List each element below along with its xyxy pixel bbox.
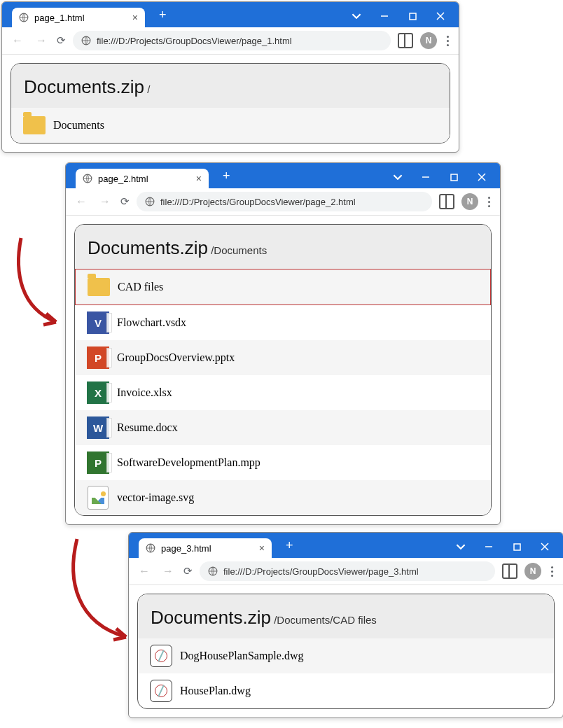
archive-path: /Documents bbox=[211, 244, 267, 256]
url-text: file:///D:/Projects/GroupDocsViewer/page… bbox=[160, 197, 356, 207]
file-name: vector-image.svg bbox=[117, 491, 194, 504]
file-list: CAD files VFlowchart.vsdx PGroupDocsOver… bbox=[75, 269, 491, 515]
tab-close-icon[interactable]: × bbox=[259, 542, 265, 554]
window-controls bbox=[342, 5, 459, 27]
window-close-icon[interactable] bbox=[468, 166, 496, 188]
address-bar[interactable]: file:///D:/Projects/GroupDocsViewer/page… bbox=[137, 192, 432, 211]
browser-tab[interactable]: page_1.html × bbox=[12, 8, 145, 27]
file-row[interactable]: VFlowchart.vsdx bbox=[75, 305, 491, 340]
file-row[interactable]: CAD files bbox=[75, 269, 491, 305]
file-row[interactable]: XInvoice.xlsx bbox=[75, 375, 491, 410]
nav-forward-icon[interactable]: → bbox=[97, 192, 113, 211]
excel-icon: X bbox=[87, 382, 109, 404]
menu-icon[interactable] bbox=[444, 33, 452, 49]
file-name: Resume.docx bbox=[117, 421, 178, 434]
nav-back-icon[interactable]: ← bbox=[73, 192, 90, 211]
new-tab-button[interactable]: + bbox=[216, 169, 237, 183]
nav-back-icon[interactable]: ← bbox=[9, 31, 26, 50]
url-text: file:///D:/Projects/GroupDocsViewer/page… bbox=[97, 36, 292, 46]
archive-header: Documents.zip /Documents bbox=[75, 225, 491, 269]
nav-back-icon[interactable]: ← bbox=[136, 562, 153, 580]
window-close-icon[interactable] bbox=[531, 536, 559, 558]
file-name: Flowchart.vsdx bbox=[117, 316, 186, 329]
svg-rect-6 bbox=[451, 174, 457, 181]
globe-icon bbox=[83, 174, 92, 183]
window-close-icon[interactable] bbox=[426, 5, 454, 27]
panels-icon[interactable] bbox=[439, 194, 454, 209]
tab-close-icon[interactable]: × bbox=[132, 12, 138, 23]
reload-icon[interactable]: ⟳ bbox=[57, 34, 66, 47]
file-name: Documents bbox=[53, 119, 104, 132]
globe-icon bbox=[145, 197, 155, 206]
file-list: Documents bbox=[11, 108, 450, 143]
archive-path: / bbox=[147, 83, 150, 95]
toolbar: ← → ⟳ file:///D:/Projects/GroupDocsViewe… bbox=[129, 558, 563, 585]
toolbar: ← → ⟳ file:///D:/Projects/GroupDocsViewe… bbox=[66, 188, 500, 216]
folder-icon bbox=[88, 278, 110, 296]
window-dropdown-icon[interactable] bbox=[342, 5, 370, 27]
word-icon: W bbox=[87, 416, 109, 439]
file-row[interactable]: Documents bbox=[11, 108, 450, 143]
profile-avatar[interactable]: N bbox=[524, 563, 541, 580]
archive-name: Documents.zip bbox=[88, 237, 208, 258]
globe-icon bbox=[146, 543, 155, 553]
file-row[interactable]: WResume.docx bbox=[75, 410, 491, 445]
browser-window-2: page_2.html × + ← → ⟳ file:///D:/Project… bbox=[65, 162, 501, 525]
address-bar[interactable]: file:///D:/Projects/GroupDocsViewer/page… bbox=[73, 31, 391, 50]
window-controls bbox=[447, 536, 563, 558]
panels-icon[interactable] bbox=[502, 564, 517, 579]
window-dropdown-icon[interactable] bbox=[384, 166, 412, 188]
file-row[interactable]: vector-image.svg bbox=[75, 480, 491, 515]
window-minimize-icon[interactable] bbox=[370, 5, 398, 27]
file-row[interactable]: DogHousePlanSample.dwg bbox=[138, 638, 554, 673]
tab-title: page_1.html bbox=[34, 13, 85, 23]
browser-tab[interactable]: page_2.html × bbox=[76, 169, 209, 188]
tab-title: page_3.html bbox=[161, 543, 211, 554]
project-icon: P bbox=[87, 451, 109, 474]
window-minimize-icon[interactable] bbox=[475, 536, 503, 558]
titlebar: page_1.html × + bbox=[2, 2, 459, 27]
svg-rect-2 bbox=[410, 13, 416, 20]
address-bar[interactable]: file:///D:/Projects/GroupDocsViewer/page… bbox=[200, 561, 495, 581]
profile-avatar[interactable]: N bbox=[461, 193, 478, 210]
panels-icon[interactable] bbox=[398, 33, 413, 48]
globe-icon bbox=[81, 36, 91, 46]
image-file-icon bbox=[88, 486, 109, 510]
file-name: CAD files bbox=[118, 281, 163, 293]
menu-icon[interactable] bbox=[548, 564, 556, 580]
new-tab-button[interactable]: + bbox=[152, 8, 174, 22]
window-controls bbox=[384, 166, 500, 188]
cad-file-icon bbox=[150, 680, 172, 702]
file-row[interactable]: PSoftwareDevelopmentPlan.mpp bbox=[75, 445, 491, 480]
archive-path: /Documents/CAD files bbox=[274, 614, 377, 626]
archive-header: Documents.zip / bbox=[11, 64, 450, 108]
file-row[interactable]: PGroupDocsOverview.pptx bbox=[75, 340, 491, 375]
reload-icon[interactable]: ⟳ bbox=[120, 195, 130, 208]
archive-card: Documents.zip /Documents/CAD files DogHo… bbox=[137, 594, 555, 709]
browser-tab[interactable]: page_3.html × bbox=[139, 538, 272, 558]
cad-file-icon bbox=[150, 645, 172, 667]
page-content: Documents.zip / Documents bbox=[2, 55, 459, 152]
browser-window-3: page_3.html × + ← → ⟳ file:///D:/Project… bbox=[128, 532, 563, 718]
titlebar: page_3.html × + bbox=[129, 533, 563, 558]
page-content: Documents.zip /Documents/CAD files DogHo… bbox=[129, 585, 563, 718]
nav-forward-icon[interactable]: → bbox=[33, 31, 50, 50]
file-name: SoftwareDevelopmentPlan.mpp bbox=[117, 456, 260, 469]
nav-forward-icon[interactable]: → bbox=[160, 562, 176, 580]
window-maximize-icon[interactable] bbox=[503, 536, 531, 558]
reload-icon[interactable]: ⟳ bbox=[183, 565, 193, 578]
menu-icon[interactable] bbox=[485, 194, 493, 210]
browser-window-1: page_1.html × + ← → ⟳ file:///D:/Project… bbox=[1, 1, 459, 153]
tab-close-icon[interactable]: × bbox=[196, 173, 202, 184]
file-row[interactable]: HousePlan.dwg bbox=[138, 673, 554, 708]
window-maximize-icon[interactable] bbox=[440, 166, 468, 188]
window-maximize-icon[interactable] bbox=[398, 5, 426, 27]
globe-icon bbox=[19, 13, 29, 22]
window-minimize-icon[interactable] bbox=[412, 166, 440, 188]
powerpoint-icon: P bbox=[87, 346, 109, 369]
folder-icon bbox=[23, 116, 46, 134]
window-dropdown-icon[interactable] bbox=[447, 536, 475, 558]
new-tab-button[interactable]: + bbox=[279, 538, 300, 553]
archive-name: Documents.zip bbox=[151, 607, 271, 628]
profile-avatar[interactable]: N bbox=[420, 32, 437, 49]
